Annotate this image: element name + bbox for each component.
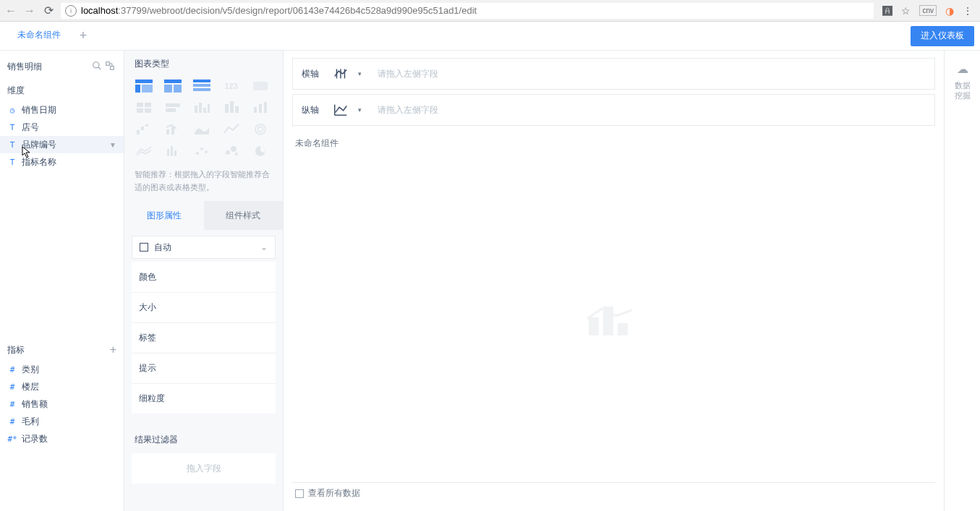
shape-icon <box>140 243 148 252</box>
chart-type-area[interactable] <box>192 122 211 137</box>
chart-type-stacked-bar[interactable] <box>222 100 241 115</box>
url-path: :37799/webroot/decision/v5/design/report… <box>118 5 477 16</box>
chart-type-bubble[interactable] <box>222 144 241 158</box>
metric-item[interactable]: #*记录数 <box>0 430 124 447</box>
chart-type-gauge[interactable] <box>251 79 270 93</box>
tab-component-style[interactable]: 组件样式 <box>204 201 284 230</box>
chevron-down-icon[interactable]: ▾ <box>358 106 362 113</box>
dimension-label: 指标名称 <box>22 156 56 168</box>
svg-rect-30 <box>259 104 262 113</box>
chevron-down-icon[interactable]: ▾ <box>358 70 362 77</box>
component-title[interactable]: 未命名组件 <box>292 130 935 157</box>
show-all-data-row[interactable]: 查看所有数据 <box>292 482 935 504</box>
dimension-label: 销售日期 <box>22 104 56 116</box>
add-metric-button[interactable]: + <box>110 343 116 356</box>
metric-item[interactable]: #毛利 <box>0 413 124 430</box>
svg-rect-21 <box>166 108 176 112</box>
info-icon[interactable]: i <box>65 5 77 17</box>
config-subtabs: 图形属性 组件样式 <box>124 201 283 230</box>
chart-type-cross-table[interactable] <box>163 79 182 93</box>
chart-type-group-table[interactable] <box>135 79 153 93</box>
svg-rect-3 <box>111 66 114 70</box>
svg-rect-25 <box>208 104 210 113</box>
svg-rect-11 <box>174 85 182 93</box>
data-mining-label[interactable]: 数据 挖掘 <box>955 80 971 101</box>
prop-label[interactable]: 标签 <box>132 322 276 353</box>
checkbox-icon[interactable] <box>295 489 304 498</box>
h-axis-row[interactable]: 横轴 ▾ 请拖入左侧字段 <box>292 58 935 90</box>
add-tab-button[interactable]: + <box>72 28 94 43</box>
chart-type-line[interactable] <box>222 122 241 137</box>
svg-rect-13 <box>193 84 210 87</box>
chart-type-kpi[interactable]: 123 <box>222 79 241 93</box>
ext-icon-2[interactable]: ◑ <box>945 5 954 17</box>
metric-item[interactable]: #楼层 <box>0 378 124 395</box>
number-type-icon: # <box>7 400 17 409</box>
data-mining-icon[interactable]: ☁ <box>957 62 968 76</box>
chart-type-multi-line[interactable] <box>135 144 153 158</box>
ext-icon-1[interactable]: cnv <box>919 5 937 16</box>
svg-rect-8 <box>142 85 153 93</box>
metric-item[interactable]: #销售额 <box>0 395 124 413</box>
number-type-icon: # <box>7 365 17 374</box>
chevron-down-icon[interactable]: ▼ <box>109 141 116 149</box>
prop-color[interactable]: 颜色 <box>132 262 276 292</box>
translate-icon[interactable]: 🅰 <box>882 5 892 17</box>
prop-size[interactable]: 大小 <box>132 292 276 322</box>
metric-item[interactable]: #类别 <box>0 361 124 378</box>
bookmark-icon[interactable]: ☆ <box>901 5 911 17</box>
chart-type-multi-bar[interactable] <box>192 100 211 115</box>
svg-rect-20 <box>166 103 180 107</box>
v-axis-icon[interactable] <box>331 101 351 119</box>
dimension-label: 品牌编号 <box>22 139 56 151</box>
svg-point-37 <box>255 124 265 134</box>
dimensions-list: ◷ 销售日期 T 店号 T 品牌编号 ▼ T 指标名称 <box>0 101 124 171</box>
menu-icon[interactable]: ⋮ <box>963 5 973 17</box>
back-icon[interactable]: ← <box>4 4 17 17</box>
svg-rect-22 <box>195 106 197 113</box>
shape-selector[interactable]: 自动 ⌄ <box>132 236 276 259</box>
chart-type-partition-bar[interactable] <box>135 100 153 115</box>
metric-label: 记录数 <box>22 433 48 445</box>
link-icon[interactable] <box>103 61 116 73</box>
v-axis-dropzone[interactable]: 请拖入左侧字段 <box>369 104 926 116</box>
metrics-list: #类别 #楼层 #销售额 #毛利 #*记录数 <box>0 361 124 447</box>
svg-rect-10 <box>164 85 172 93</box>
chart-type-detail-table[interactable] <box>192 79 211 93</box>
reload-icon[interactable]: ⟳ <box>42 4 55 17</box>
svg-rect-7 <box>135 85 140 93</box>
result-filter-title: 结果过滤器 <box>124 424 283 450</box>
chart-type-combo[interactable] <box>163 122 182 137</box>
v-axis-row[interactable]: 纵轴 ▾ 请拖入左侧字段 <box>292 94 935 126</box>
chart-type-pie[interactable] <box>251 144 270 158</box>
chart-type-stacked-bar-h[interactable] <box>163 100 182 115</box>
dimension-item[interactable]: T 店号 <box>0 119 124 136</box>
dimension-item[interactable]: ◷ 销售日期 <box>0 101 124 119</box>
prop-granularity[interactable]: 细粒度 <box>132 383 276 413</box>
chart-type-waterfall[interactable] <box>135 122 153 137</box>
filter-dropzone[interactable]: 拖入字段 <box>132 453 276 484</box>
search-icon[interactable] <box>90 61 103 73</box>
empty-chart-placeholder <box>292 157 935 478</box>
app-topbar: 未命名组件 + 进入仪表板 <box>0 22 980 51</box>
prop-tooltip[interactable]: 提示 <box>132 353 276 383</box>
count-type-icon: #* <box>7 434 17 444</box>
h-axis-icon[interactable] <box>331 65 351 82</box>
dimensions-header: 维度 <box>0 77 124 101</box>
canvas-area: 横轴 ▾ 请拖入左侧字段 纵轴 ▾ 请拖入左侧字段 未命名组件 <box>284 51 980 511</box>
dimension-item[interactable]: T 指标名称 <box>0 153 124 171</box>
component-tab[interactable]: 未命名组件 <box>6 22 72 51</box>
address-bar[interactable]: i localhost:37799/webroot/decision/v5/de… <box>61 3 874 19</box>
tab-graphic-props[interactable]: 图形属性 <box>124 201 204 230</box>
chart-type-radar[interactable] <box>251 122 270 137</box>
config-panel: 图表类型 123 <box>124 51 284 511</box>
enter-dashboard-button[interactable]: 进入仪表板 <box>911 26 974 46</box>
enter-dashboard-label: 进入仪表板 <box>921 30 964 42</box>
dataset-name[interactable]: 销售明细 <box>7 61 90 73</box>
chart-type-scatter[interactable] <box>192 144 211 158</box>
forward-icon[interactable]: → <box>23 4 36 17</box>
chart-type-bar[interactable] <box>251 100 270 115</box>
dimension-item[interactable]: T 品牌编号 ▼ <box>0 136 124 153</box>
h-axis-dropzone[interactable]: 请拖入左侧字段 <box>369 68 926 80</box>
chart-type-histogram[interactable] <box>163 144 182 158</box>
